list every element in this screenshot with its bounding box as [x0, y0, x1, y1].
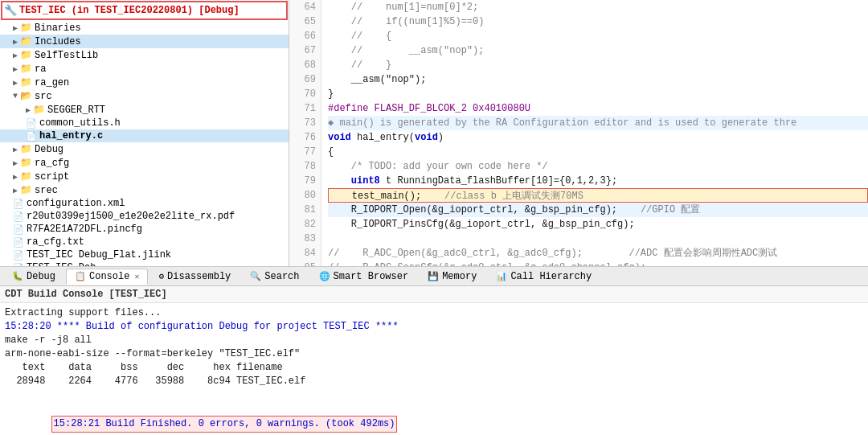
sidebar-item-src[interactable]: ▼ 📂 src — [0, 89, 289, 103]
code-lines: // num[1]=num[0]*2; // if((num[1]%5)==0)… — [321, 0, 868, 266]
code-line-73: ◆ main() is generated by the RA Configur… — [328, 116, 868, 130]
sidebar-item-script[interactable]: ▶ 📁 script — [0, 170, 289, 183]
build-success-text: 15:28:21 Build Finished. 0 errors, 0 war… — [51, 416, 398, 433]
code-line-83 — [328, 232, 868, 246]
console-line-5: text data bss dec hex filename — [5, 361, 863, 375]
editor-content[interactable]: 64 65 66 67 68 69 70 71 73 76 77 78 79 8… — [289, 0, 868, 266]
call-hierarchy-tab-icon: 📊 — [496, 271, 507, 281]
tab-debug[interactable]: 🐛 Debug — [3, 269, 64, 285]
code-line-84: // R_ADC_Open(&g_adc0_ctrl, &g_adc0_cfg)… — [328, 246, 868, 261]
search-tab-icon: 🔍 — [250, 271, 261, 281]
sidebar-item-hal-entry[interactable]: 📄 hal_entry.c — [0, 129, 289, 142]
sidebar-item-jlink[interactable]: 📄 TEST_IEC Debug_Flat.jlink — [0, 248, 289, 261]
sidebar: 🔧 TEST_IEC (in TEST_IEC20220801) [Debug]… — [0, 0, 289, 266]
sidebar-item-ra-cfg[interactable]: ▶ 📁 ra_cfg — [0, 156, 289, 170]
binaries-label: Binaries — [35, 23, 81, 34]
sidebar-item-config-xml[interactable]: 📄 configuration.xml — [0, 197, 289, 210]
code-line-64: // num[1]=num[0]*2; — [328, 0, 868, 14]
main-container: 🔧 TEST_IEC (in TEST_IEC20220801) [Debug]… — [0, 0, 868, 435]
tab-search[interactable]: 🔍 Search — [241, 269, 308, 285]
pdf-label: r20ut0399ej1500_e1e20e2e2lite_rx.pdf — [27, 211, 235, 222]
includes-label: Includes — [35, 36, 81, 47]
sidebar-item-segger-rtt[interactable]: ▶ 📁 SEGGER_RTT — [0, 103, 289, 117]
sidebar-item-srec[interactable]: ▶ 📁 srec — [0, 183, 289, 197]
src-label: src — [35, 91, 52, 102]
code-line-69: __asm("nop"); — [328, 72, 868, 87]
console-line-8: 15:28:21 Build Finished. 0 errors, 0 war… — [5, 402, 863, 435]
ra-cfg-txt-label: ra_cfg.txt — [27, 236, 84, 248]
debug-label: Debug — [35, 144, 63, 155]
editor: 64 65 66 67 68 69 70 71 73 76 77 78 79 8… — [289, 0, 868, 266]
code-line-77: { — [328, 145, 868, 159]
sidebar-item-ra-gen[interactable]: ▶ 📁 ra_gen — [0, 76, 289, 89]
sidebar-item-includes[interactable]: ▶ 📁 Includes — [0, 35, 289, 48]
console-tab-label: Console — [89, 271, 129, 282]
top-area: 🔧 TEST_IEC (in TEST_IEC20220801) [Debug]… — [0, 0, 868, 266]
jlink-label: TEST_IEC Debug_Flat.jlink — [27, 249, 171, 261]
console-line-6: 28948 2264 4776 35988 8c94 TEST_IEC.elf — [5, 375, 863, 388]
console-tab-icon: 📋 — [75, 271, 86, 281]
call-hierarchy-tab-label: Call Hierarchy — [510, 271, 592, 282]
sidebar-item-selftestlib[interactable]: ▶ 📁 SelfTestLib — [0, 48, 289, 62]
srec-label: srec — [35, 185, 58, 196]
ra-gen-label: ra_gen — [35, 77, 69, 88]
tab-console[interactable]: 📋 Console ✕ — [66, 269, 148, 285]
bottom-panel: 🐛 Debug 📋 Console ✕ ⚙ Disassembly 🔍 Sear… — [0, 266, 868, 435]
console-content[interactable]: Extracting support files... 15:28:20 ***… — [0, 303, 868, 435]
smart-browser-tab-icon: 🌐 — [319, 271, 330, 281]
code-line-85: // R_ADC_ScanCfg(&g_adc0_ctrl, &g_adc0_c… — [328, 261, 868, 266]
console-line-1: Extracting support files... — [5, 306, 863, 320]
console-line-2: 15:28:20 **** Build of configuration Deb… — [5, 320, 863, 334]
code-line-65: // if((num[1]%5)==0) — [328, 14, 868, 29]
tab-smart-browser[interactable]: 🌐 Smart Browser — [310, 269, 418, 285]
tab-memory[interactable]: 💾 Memory — [419, 269, 485, 285]
tab-bar: 🐛 Debug 📋 Console ✕ ⚙ Disassembly 🔍 Sear… — [0, 267, 868, 286]
memory-tab-label: Memory — [442, 271, 477, 282]
memory-tab-icon: 💾 — [428, 271, 439, 281]
console-line-7 — [5, 388, 863, 402]
sidebar-item-binaries[interactable]: ▶ 📁 Binaries — [0, 21, 289, 35]
sidebar-item-common-utils[interactable]: 📄 common_utils.h — [0, 117, 289, 129]
console-header: CDT Build Console [TEST_IEC] — [0, 286, 868, 303]
code-line-76: void hal_entry(void) — [328, 130, 868, 145]
script-label: script — [35, 171, 69, 183]
code-line-67: // __asm("nop"); — [328, 43, 868, 58]
segger-rtt-label: SEGGER_RTT — [47, 105, 105, 116]
tab-disassembly[interactable]: ⚙ Disassembly — [149, 269, 240, 285]
root-label: TEST_IEC (in TEST_IEC20220801) [Debug] — [19, 5, 240, 16]
sidebar-item-ra-cfg-txt[interactable]: 📄 ra_cfg.txt — [0, 236, 289, 248]
pincfg-label: R7FA2E1A72DFL.pincfg — [27, 224, 142, 235]
common-utils-label: common_utils.h — [39, 117, 121, 129]
console-line-3: make -r -j8 all — [5, 334, 863, 347]
root-item[interactable]: 🔧 TEST_IEC (in TEST_IEC20220801) [Debug] — [1, 1, 288, 20]
sidebar-item-debug[interactable]: ▶ 📁 Debug — [0, 142, 289, 156]
disassembly-tab-icon: ⚙ — [158, 271, 164, 281]
code-line-82: R_IOPORT_PinsCfg(&g_ioport_ctrl, &g_bsp_… — [328, 217, 868, 232]
selftestlib-label: SelfTestLib — [35, 50, 98, 61]
debug-tab-label: Debug — [27, 271, 55, 282]
console-line-4: arm-none-eabi-size --format=berkeley "TE… — [5, 347, 863, 361]
tab-call-hierarchy[interactable]: 📊 Call Hierarchy — [487, 269, 600, 285]
search-tab-label: Search — [264, 271, 299, 282]
code-line-78: /* TODO: add your own code here */ — [328, 159, 868, 174]
code-line-70: } — [328, 87, 868, 101]
line-numbers: 64 65 66 67 68 69 70 71 73 76 77 78 79 8… — [289, 0, 321, 266]
code-line-80: test_main(); //class b 上电调试失测70MS — [328, 188, 868, 203]
config-xml-label: configuration.xml — [27, 198, 125, 209]
ra-cfg-label: ra_cfg — [35, 158, 69, 169]
code-line-66: // { — [328, 29, 868, 43]
debug-tab-icon: 🐛 — [12, 271, 23, 281]
console-header-text: CDT Build Console [TEST_IEC] — [5, 289, 167, 300]
project-icon: 🔧 — [4, 4, 17, 17]
code-line-68: // } — [328, 58, 868, 72]
sidebar-item-ra[interactable]: ▶ 📁 ra — [0, 62, 289, 76]
ra-label: ra — [35, 64, 46, 75]
sidebar-item-pdf[interactable]: 📄 r20ut0399ej1500_e1e20e2e2lite_rx.pdf — [0, 210, 289, 223]
smart-browser-tab-label: Smart Browser — [334, 271, 409, 282]
console-close-button[interactable]: ✕ — [134, 272, 139, 281]
code-line-71: #define FLASH_DF_BLCOK_2 0x4010080U — [328, 101, 868, 116]
code-area: 64 65 66 67 68 69 70 71 73 76 77 78 79 8… — [289, 0, 868, 266]
hal-entry-label: hal_entry.c — [39, 130, 103, 142]
code-line-81: R_IOPORT_Open(&g_ioport_ctrl, &g_bsp_pin… — [328, 203, 868, 217]
sidebar-item-pincfg[interactable]: 📄 R7FA2E1A72DFL.pincfg — [0, 223, 289, 236]
